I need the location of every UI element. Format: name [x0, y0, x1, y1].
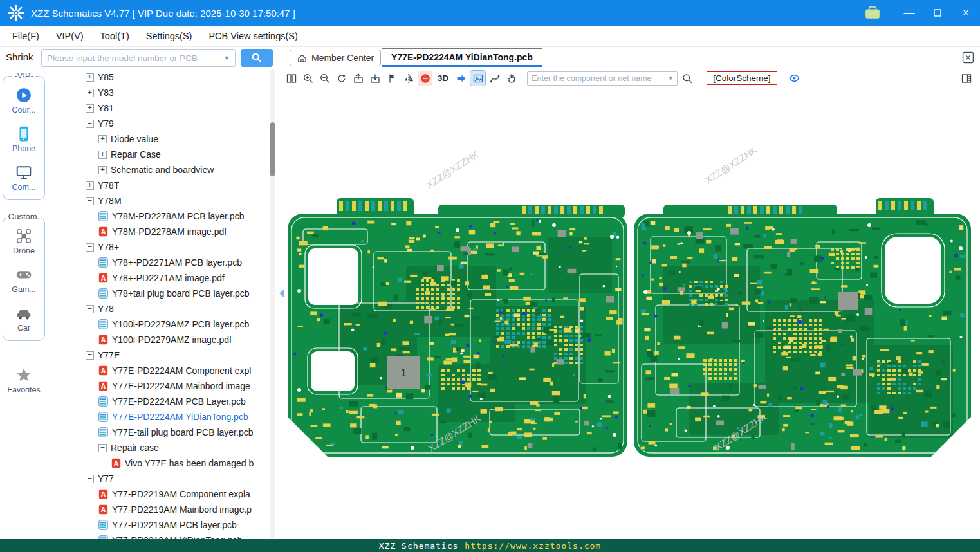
tree-item[interactable]: Y77E-PD2224AM YiDianTong.pcb	[48, 409, 268, 425]
chevron-down-icon[interactable]: ▼	[223, 54, 235, 62]
tree-item[interactable]: AY77E-PD2224AM Component expl	[48, 363, 268, 378]
close-all-tabs-icon[interactable]	[962, 51, 974, 64]
sidebar-item-favorites[interactable]: Favorites	[3, 367, 45, 394]
expand-icon[interactable]: +	[86, 89, 94, 97]
document-tab[interactable]: Y77E-PD2224AM YiDianTong.pcb	[382, 48, 542, 67]
tree-item[interactable]: AY77E-PD2224AM Mainbord image	[48, 378, 268, 394]
tree-item[interactable]: AY100i-PD2279AMZ image.pdf	[48, 332, 268, 347]
tree-item[interactable]: +Diode value	[48, 131, 268, 147]
collapse-icon[interactable]: −	[86, 197, 94, 205]
menu-item-file[interactable]: File(F)	[4, 26, 48, 46]
tree-item[interactable]: AY78M-PD2278AM image.pdf	[48, 224, 268, 239]
expand-icon[interactable]: +	[98, 166, 107, 174]
menu-item-settings[interactable]: Settings(S)	[138, 26, 201, 46]
sidebar-item-car[interactable]: Car	[3, 305, 44, 333]
layers-panel-button[interactable]	[959, 71, 974, 86]
capture-button[interactable]	[470, 71, 485, 86]
collapse-icon[interactable]: −	[86, 475, 94, 483]
tree-scrollbar[interactable]	[270, 69, 275, 539]
license-icon[interactable]	[864, 6, 881, 20]
sidebar-item-label: Favorites	[7, 385, 40, 394]
tree-item[interactable]: −Y77	[48, 471, 268, 486]
chevron-down-icon[interactable]: ▼	[667, 75, 677, 82]
svg-text:A: A	[101, 382, 106, 390]
menu-item-tool[interactable]: Tool(T)	[92, 26, 138, 46]
split-view-button[interactable]	[284, 71, 299, 86]
tree-item[interactable]: Y77E-tail plug board PCB layer.pcb	[48, 425, 268, 440]
tree-item[interactable]: +Y83	[48, 85, 268, 100]
tree-item[interactable]: AY78+-PD2271AM image.pdf	[48, 270, 268, 286]
maximize-button[interactable]	[923, 0, 952, 26]
model-search-input[interactable]	[42, 50, 223, 66]
tree-item[interactable]: Y78+-PD2271AM PCB layer.pcb	[48, 255, 268, 270]
collapse-icon[interactable]: −	[86, 120, 94, 128]
sidebar-item-course[interactable]: Cour...	[3, 87, 44, 115]
tree-item[interactable]: Y78M-PD2278AM PCB layer.pcb	[48, 208, 268, 224]
tree-item[interactable]: −Y78M	[48, 193, 268, 208]
menu-item-pcb-view-settings[interactable]: PCB View settings(S)	[200, 26, 306, 46]
tree-item[interactable]: Y77-PD2219AM PCB layer.pcb	[48, 517, 268, 533]
collapse-icon[interactable]: −	[86, 351, 94, 360]
pcb-board-view[interactable]: 1XZZ@XZZHKXZZ@XZZHKXZZ@XZZHKXZZ@XZZHK	[277, 87, 980, 539]
pcb-canvas[interactable]: 1XZZ@XZZHKXZZ@XZZHKXZZ@XZZHKXZZ@XZZHK	[277, 87, 980, 539]
tree-item[interactable]: −Y78+	[48, 239, 268, 255]
tree-item[interactable]: −Repair case	[48, 440, 268, 455]
measure-button[interactable]	[487, 71, 502, 86]
mirror-button[interactable]	[401, 71, 416, 86]
refresh-view-button[interactable]	[334, 71, 349, 86]
tree-item[interactable]: +Y78T	[48, 178, 268, 193]
collapse-icon[interactable]: −	[86, 305, 94, 313]
export-board-button[interactable]	[351, 71, 365, 86]
tree-item[interactable]: −Y77E	[48, 347, 268, 363]
expand-icon[interactable]: +	[86, 104, 94, 113]
tree-item[interactable]: −Y78	[48, 301, 268, 317]
import-board-button[interactable]	[367, 71, 382, 86]
tree-item-label: Y100i-PD2279AMZ PCB layer.pcb	[112, 319, 249, 329]
expand-icon[interactable]: +	[86, 73, 94, 82]
expand-icon[interactable]: +	[98, 135, 107, 143]
collapse-icon[interactable]: −	[86, 243, 94, 252]
tree-scrollbar-thumb[interactable]	[270, 122, 275, 176]
tree-item[interactable]: Y100i-PD2279AMZ PCB layer.pcb	[48, 317, 268, 332]
3d-view-button[interactable]: 3D	[434, 73, 452, 83]
expand-icon[interactable]: +	[86, 181, 94, 190]
tree-item[interactable]: +Y85	[48, 69, 268, 85]
expand-icon[interactable]: +	[98, 151, 107, 159]
colorscheme-button[interactable]: [ColorScheme]	[707, 71, 777, 85]
tree-item[interactable]: AY77-PD2219AM Mainbord image.p	[48, 502, 268, 517]
tree-item[interactable]: Y78+tail plug board PCB layer.pcb	[48, 286, 268, 301]
visibility-button[interactable]	[787, 71, 802, 86]
component-search-input[interactable]	[528, 72, 667, 85]
model-search-button[interactable]	[241, 49, 273, 67]
collapse-panel-handle[interactable]	[277, 281, 286, 306]
flag-button[interactable]	[384, 71, 399, 86]
sidebar-item-game[interactable]: Gam...	[3, 266, 44, 294]
minimize-button[interactable]: —	[895, 0, 923, 26]
custom-group: Custom. Drone	[3, 217, 45, 341]
collapse-icon[interactable]: −	[98, 444, 107, 452]
sidebar-item-phone[interactable]: Phone	[3, 125, 44, 153]
tree-item[interactable]: −Y79	[48, 116, 268, 131]
tree-item[interactable]: +Schematic and boardview	[48, 162, 268, 178]
component-search-button[interactable]	[680, 71, 694, 86]
tree-item[interactable]: +Repair Case	[48, 147, 268, 162]
jump-button[interactable]	[454, 71, 468, 86]
tree-item[interactable]: Y77-PD2219AM YiDianTong.pcb	[48, 533, 268, 539]
sidebar-item-drone[interactable]: Drone	[3, 228, 44, 255]
zoom-out-button[interactable]	[317, 71, 332, 86]
menu-item-vip[interactable]: VIP(V)	[48, 26, 92, 46]
tree-item[interactable]: +Y81	[48, 100, 268, 116]
tree-item[interactable]: AVivo Y77E has been damaged b	[48, 455, 268, 471]
main-area: -VIP- Cour... Phone	[0, 69, 980, 539]
model-tree-panel: +Y85+Y83+Y81−Y79+Diode value+Repair Case…	[48, 69, 277, 539]
close-button[interactable]: ×	[952, 0, 980, 26]
sidebar-item-computer[interactable]: Com...	[3, 164, 44, 192]
member-center-button[interactable]: Member Center	[290, 50, 381, 66]
zoom-in-button[interactable]	[300, 71, 315, 86]
tree-item-label: Y79	[98, 118, 114, 129]
shrink-button[interactable]: Shrink	[6, 51, 33, 62]
diode-mode-button[interactable]	[418, 71, 432, 86]
tree-item[interactable]: AY77-PD2219AM Component expla	[48, 486, 268, 502]
tree-item[interactable]: Y77E-PD2224AM PCB Layer.pcb	[48, 394, 268, 409]
pan-button[interactable]	[504, 71, 519, 86]
